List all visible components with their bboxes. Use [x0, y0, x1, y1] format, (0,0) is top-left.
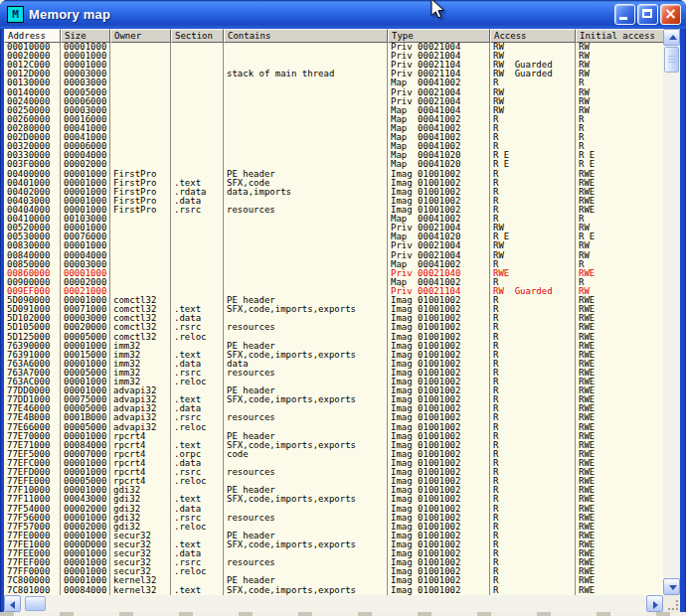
- table-row[interactable]: 7639000000001000imm32PE headerImag 01001…: [4, 342, 663, 351]
- cell-size: 00075000: [61, 395, 110, 404]
- cell-section: .rdata: [171, 188, 224, 197]
- cell-address: 77F11000: [4, 495, 61, 504]
- vertical-scroll-thumb[interactable]: [664, 47, 679, 73]
- table-row[interactable]: 77E7100000084000rpcrt4.textSFX,code,impo…: [4, 441, 663, 450]
- horizontal-scrollbar[interactable]: [4, 595, 663, 612]
- table-row[interactable]: 763A700000005000imm32.rsrcresourcesImag …: [4, 369, 663, 378]
- table-row[interactable]: 0053000000076000Map 00041020R ER E: [4, 232, 663, 241]
- table-row[interactable]: 0040300000001000FirstPro.dataImag 010010…: [4, 197, 663, 206]
- column-header-access[interactable]: Access: [490, 29, 576, 43]
- table-row[interactable]: 77EFE00000005000rpcrt4.relocImag 0100100…: [4, 477, 663, 486]
- horizontal-scroll-track[interactable]: [46, 595, 646, 612]
- close-button[interactable]: ×: [660, 4, 681, 25]
- table-row[interactable]: 5D10200000003000comctl32.dataImag 010010…: [4, 314, 663, 323]
- table-row[interactable]: 0085000000003000Map 00041002RR: [4, 260, 663, 269]
- table-row[interactable]: 0052000000001000Priv 00021004RWRW: [4, 224, 663, 232]
- table-row[interactable]: 77F1000000001000gdi32PE headerImag 01001…: [4, 486, 663, 495]
- table-row[interactable]: 77DD100000075000advapi32.textSFX,code,im…: [4, 395, 663, 404]
- table-row[interactable]: 77E7000000001000rpcrt4PE headerImag 0100…: [4, 432, 663, 441]
- table-row[interactable]: 5D09100000071000comctl32.textSFX,code,im…: [4, 305, 663, 314]
- table-row[interactable]: 0040000000001000FirstProPE headerImag 01…: [4, 170, 663, 179]
- table-row[interactable]: 0025000000003000Map 00041004RWRW: [4, 106, 663, 115]
- cell-section: [171, 97, 224, 106]
- minimize-button[interactable]: [614, 4, 635, 25]
- column-header-contains[interactable]: Contains: [224, 29, 388, 43]
- table-row[interactable]: 77F5700000002000gdi32.relocImag 01001002…: [4, 523, 663, 532]
- table-row[interactable]: 0033000000004000Map 00041020R ER E: [4, 151, 663, 160]
- cell-size: 00015000: [61, 351, 110, 360]
- table-row[interactable]: 0090000000002000Map 00041002RR: [4, 278, 663, 287]
- table-row[interactable]: 009EF00000021000Priv 00021104RW GuardedR…: [4, 287, 663, 296]
- table-row[interactable]: 0002000000001000Priv 00021004RWRW: [4, 52, 663, 61]
- table-row[interactable]: 77EFD00000001000rpcrt4.rsrcresourcesImag…: [4, 468, 663, 477]
- table-row[interactable]: 77DD000000001000advapi32PE headerImag 01…: [4, 386, 663, 395]
- cell-size: 00005000: [61, 477, 110, 486]
- table-row[interactable]: 003F000000002000Map 00041020R ER E: [4, 160, 663, 169]
- scroll-up-button[interactable]: [663, 29, 680, 46]
- table-row[interactable]: 002D000000041000Map 00041002RR: [4, 133, 663, 142]
- table-row[interactable]: 77F5600000001000gdi32.rsrcresourcesImag …: [4, 514, 663, 523]
- cell-type: Imag 01001002: [388, 206, 490, 215]
- table-row[interactable]: 77EF500000007000rpcrt4.orpccodeImag 0100…: [4, 450, 663, 459]
- cell-type: Map 00041020: [388, 160, 490, 169]
- table-row[interactable]: 0014000000005000Priv 00021004RWRW: [4, 88, 663, 97]
- scroll-down-button[interactable]: [663, 578, 680, 595]
- table-row[interactable]: 0040100000001000FirstPro.textSFX,codeIma…: [4, 179, 663, 188]
- scroll-left-button[interactable]: [4, 595, 21, 612]
- table-row[interactable]: 0084000000004000Priv 00021004RWRW: [4, 251, 663, 260]
- table-row[interactable]: 763AC00000001000imm32.relocImag 01001002…: [4, 378, 663, 386]
- table-row[interactable]: 5D12500000005000comctl32.relocImag 01001…: [4, 333, 663, 342]
- cell-type: Imag 01001002: [388, 386, 490, 395]
- table-row[interactable]: 0024000000006000Priv 00021004RWRW: [4, 97, 663, 106]
- table-row[interactable]: 77FE000000001000secur32PE headerImag 010…: [4, 532, 663, 540]
- table-row[interactable]: 7C80000000001000kernel32PE headerImag 01…: [4, 576, 663, 585]
- cell-owner: advapi32: [110, 386, 171, 395]
- table-row[interactable]: 0012D00000003000stack of main threadPriv…: [4, 70, 663, 78]
- table-row[interactable]: 77F1100000043000gdi32.textSFX,code,impor…: [4, 495, 663, 504]
- table-row[interactable]: 77FEF00000001000secur32.rsrcresourcesIma…: [4, 558, 663, 567]
- table-row[interactable]: 5D10500000020000comctl32.rsrcresourcesIm…: [4, 323, 663, 332]
- cell-size: 00001000: [61, 43, 110, 52]
- resize-grip[interactable]: [663, 595, 680, 612]
- table-row[interactable]: 7C80100000084000kernel32.textSFX,code,im…: [4, 586, 663, 595]
- table-row[interactable]: 0013000000003000Map 00041002RR: [4, 78, 663, 87]
- table-row[interactable]: 0086000000001000Priv 00021040RWERWE: [4, 269, 663, 278]
- table-row[interactable]: 77FEE00000001000secur32.dataImag 0100100…: [4, 549, 663, 558]
- vertical-scrollbar[interactable]: [663, 29, 680, 595]
- column-header-initial[interactable]: Initial access: [576, 29, 663, 43]
- maximize-button[interactable]: [637, 4, 658, 25]
- cell-address: 77EFC000: [4, 459, 61, 468]
- table-row[interactable]: 77EFC00000001000rpcrt4.dataImag 01001002…: [4, 459, 663, 468]
- column-header-owner[interactable]: Owner: [110, 29, 171, 43]
- table-row[interactable]: 77FE10000000D000secur32.textSFX,code,imp…: [4, 540, 663, 549]
- column-header-address[interactable]: Address: [4, 29, 61, 43]
- cell-section: [171, 78, 224, 87]
- scroll-right-button[interactable]: [646, 595, 663, 612]
- table-row[interactable]: 7639100000015000imm32.textSFX,code,impor…: [4, 351, 663, 360]
- table-row[interactable]: 77E4600000005000advapi32.dataImag 010010…: [4, 404, 663, 413]
- cell-type: Priv 00021004: [388, 224, 490, 232]
- table-row[interactable]: 5D09000000001000comctl32PE headerImag 01…: [4, 296, 663, 305]
- cell-section: [171, 133, 224, 142]
- table-row[interactable]: 0028000000041000Map 00041002RR: [4, 124, 663, 133]
- table-row[interactable]: 77F5400000002000gdi32.dataImag 01001002R…: [4, 505, 663, 514]
- table-row[interactable]: 77E6600000005000advapi32.relocImag 01001…: [4, 423, 663, 432]
- table-row[interactable]: 0083000000001000Priv 00021004RWRW: [4, 241, 663, 250]
- column-header-section[interactable]: Section: [171, 29, 224, 43]
- vertical-scroll-track[interactable]: [663, 74, 680, 578]
- table-row[interactable]: 0041000000103000Map 00041002RR: [4, 215, 663, 224]
- table-row[interactable]: 0040400000001000FirstPro.rsrcresourcesIm…: [4, 206, 663, 215]
- table-row[interactable]: 763A600000001000imm32.datadataImag 01001…: [4, 360, 663, 369]
- table-row[interactable]: 0040200000001000FirstPro.rdatadata,impor…: [4, 188, 663, 197]
- column-header-size[interactable]: Size: [61, 29, 110, 43]
- table-row[interactable]: 77E4B0000001B000advapi32.rsrcresourcesIm…: [4, 413, 663, 422]
- horizontal-scroll-thumb[interactable]: [25, 596, 46, 611]
- table-row[interactable]: 0032000000006000Map 00041002RR: [4, 142, 663, 151]
- column-header-type[interactable]: Type: [388, 29, 490, 43]
- table-row[interactable]: 0001000000001000Priv 00021004RWRW: [4, 43, 663, 52]
- table-row[interactable]: 77FF000000001000secur32.relocImag 010010…: [4, 567, 663, 576]
- table-row[interactable]: 0012C00000001000Priv 00021104RW GuardedR…: [4, 61, 663, 70]
- titlebar[interactable]: M Memory map ×: [0, 0, 686, 29]
- cell-type: Priv 00021040: [388, 269, 490, 278]
- table-row[interactable]: 0026000000016000Map 00041002RR: [4, 115, 663, 124]
